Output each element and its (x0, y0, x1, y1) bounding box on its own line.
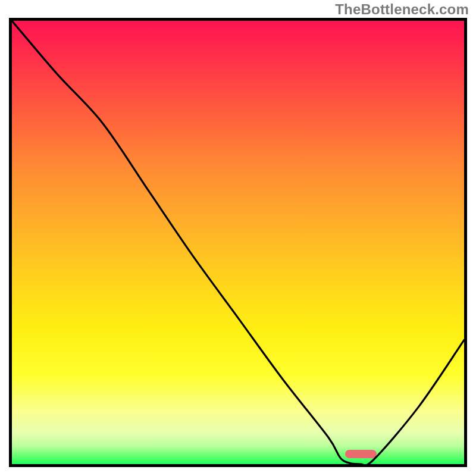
bottleneck-curve-path (12, 21, 464, 464)
plot-area (9, 18, 467, 467)
attribution-text: TheBottleneck.com (335, 1, 469, 18)
curve-svg (12, 21, 464, 464)
chart-container: TheBottleneck.com (0, 0, 476, 476)
